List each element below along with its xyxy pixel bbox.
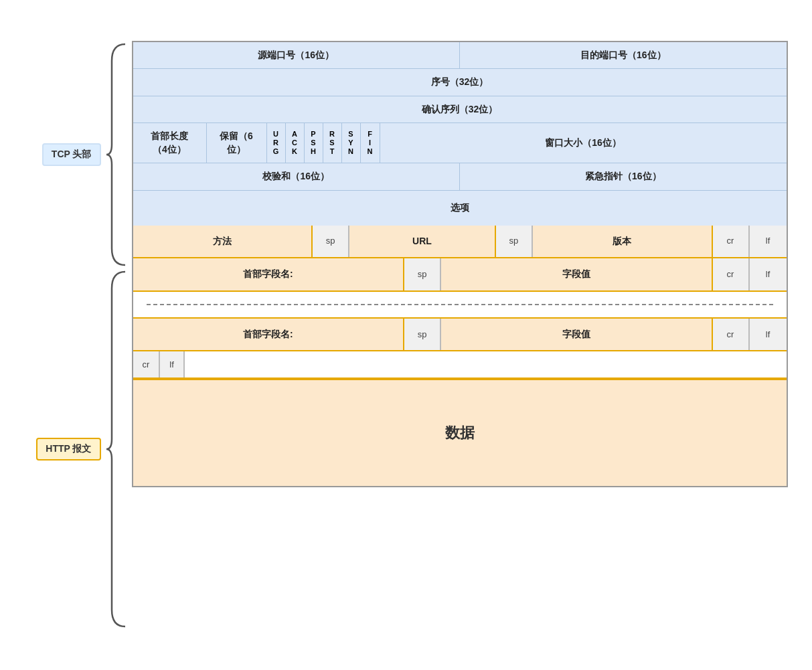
tcp-row-options: 选项 [133,191,787,226]
flag-psh: P S H [305,123,323,163]
tcp-row-ports: 源端口号（16位） 目的端口号（16位） [133,42,787,70]
field-name2-cell: 首部字段名: [133,319,405,351]
sp2-cell: sp [496,226,533,258]
reserved-cell: 保留（6位） [207,123,267,163]
http-label-group: HTTP 报文 [36,268,131,630]
tcp-brace [105,41,132,268]
field-name1-cell: 首部字段名: [133,258,405,290]
http-row-header1: 首部字段名: sp 字段值 cr lf [133,258,787,292]
main-content: 源端口号（16位） 目的端口号（16位） 序号（32位） 确认序列（32位） 首… [132,41,788,488]
cr3-cell: cr [713,319,750,351]
version-cell: 版本 [533,226,713,258]
field-value1-cell: 字段值 [441,258,713,290]
checksum-cell: 校验和（16位） [133,163,461,190]
crlf-row: cr lf [133,351,787,379]
ack-cell: 确认序列（32位） [133,96,787,123]
tcp-row-checksum: 校验和（16位） 紧急指针（16位） [133,163,787,191]
http-brace [105,268,132,630]
http-label: HTTP 报文 [36,438,100,460]
sp3-cell: sp [404,258,441,290]
source-port-cell: 源端口号（16位） [133,42,461,69]
flag-fin: F I N [361,123,380,163]
lf3-cell: lf [750,319,787,351]
header-len-cell: 首部长度 （4位） [133,123,207,163]
http-row-request-line: 方法 sp URL sp 版本 cr lf [133,226,787,259]
tcp-section: 源端口号（16位） 目的端口号（16位） 序号（32位） 确认序列（32位） 首… [133,42,787,226]
tcp-row-ack: 确认序列（32位） [133,96,787,124]
cr2-cell: cr [713,258,750,290]
tcp-spacer: TCP 头部 [25,41,132,268]
diagram-container: TCP 头部 HTTP 报文 源端口号（16位） 目的端口号（16位） [11,21,801,650]
sp4-cell: sp [404,319,441,351]
header-ellipsis [133,292,787,319]
http-section: 方法 sp URL sp 版本 cr lf 首部字段名: sp 字段值 cr l… [133,226,787,487]
sp1-cell: sp [313,226,349,258]
window-size-cell: 窗口大小（16位） [380,123,787,163]
flag-ack: A C K [286,123,305,163]
cr4-cell: cr [133,351,161,378]
tcp-row-seq: 序号（32位） [133,69,787,96]
flags-area: U R G A C K P S H R [267,123,380,163]
lf4-cell: lf [160,351,185,378]
tcp-label: TCP 头部 [42,143,101,166]
field-value2-cell: 字段值 [441,319,713,351]
http-spacer: HTTP 报文 [25,268,132,630]
flag-urg: U R G [267,123,286,163]
flag-rst: R S T [323,123,342,163]
urgent-cell: 紧急指针（16位） [460,163,787,190]
left-labels: TCP 头部 HTTP 报文 [25,41,132,630]
method-cell: 方法 [133,226,313,258]
cr1-cell: cr [713,226,750,258]
lf2-cell: lf [750,258,787,290]
empty-spacer [185,351,787,378]
http-row-header-last: 首部字段名: sp 字段值 cr lf [133,319,787,352]
flag-syn: S Y N [342,123,361,163]
tcp-row-flags: 首部长度 （4位） 保留（6位） U R G A C K P [133,123,787,163]
url-cell: URL [349,226,496,258]
data-section: 数据 [133,379,787,486]
seq-cell: 序号（32位） [133,69,787,96]
options-cell: 选项 [133,191,787,226]
lf1-cell: lf [750,226,787,258]
data-label: 数据 [445,423,475,443]
dotted-line [147,304,773,305]
tcp-label-group: TCP 头部 [42,41,132,268]
dest-port-cell: 目的端口号（16位） [460,42,787,69]
